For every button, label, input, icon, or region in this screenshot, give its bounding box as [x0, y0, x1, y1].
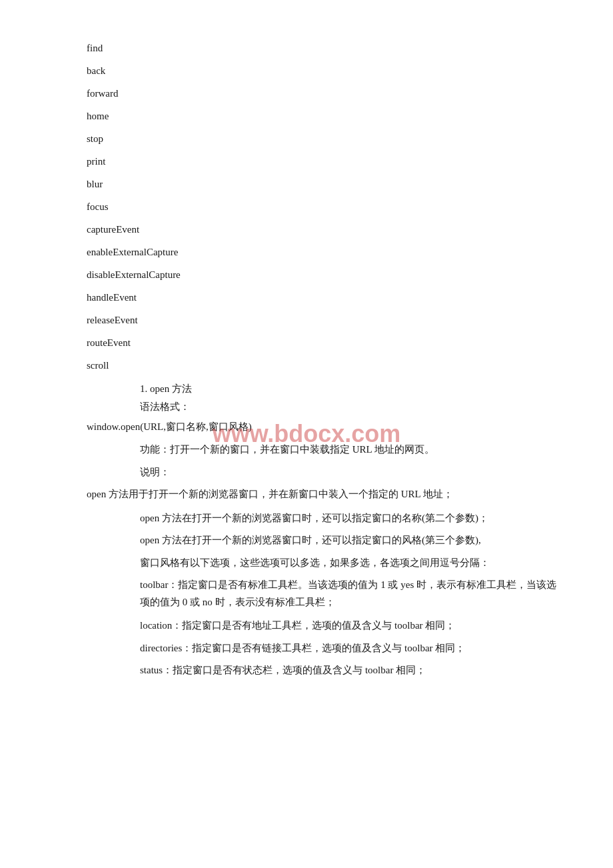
list-item-text: stop	[87, 133, 103, 144]
list-item: find	[87, 40, 573, 56]
list-item-text: captureEvent	[87, 224, 139, 235]
list-item: releaseEvent	[87, 312, 573, 328]
para5-text: toolbar：指定窗口是否有标准工具栏。当该选项的值为 1 或 yes 时，表…	[140, 579, 556, 607]
list-item-text: enableExternalCapture	[87, 247, 178, 257]
note-label-text: 说明：	[140, 467, 170, 477]
para3: open 方法在打开一个新的浏览器窗口时，还可以指定窗口的风格(第三个参数),	[140, 532, 573, 549]
list-item: disableExternalCapture	[87, 267, 573, 283]
list-item-text: find	[87, 43, 103, 53]
para2: open 方法在打开一个新的浏览器窗口时，还可以指定窗口的名称(第二个参数)；	[140, 510, 573, 527]
func-label: 功能：	[140, 444, 170, 455]
list-item: routeEvent	[87, 335, 573, 351]
note-label: 说明：	[140, 464, 573, 481]
code-line: window.open(URL,窗口名称,窗口风格)	[87, 419, 573, 435]
list-item: blur	[87, 176, 573, 192]
list-item-text: routeEvent	[87, 337, 131, 348]
list-item: back	[87, 63, 573, 79]
para4-text: 窗口风格有以下选项，这些选项可以多选，如果多选，各选项之间用逗号分隔：	[140, 557, 490, 568]
list-item: captureEvent	[87, 221, 573, 237]
func-description: 功能：打开一个新的窗口，并在窗口中装载指定 URL 地址的网页。	[140, 441, 573, 459]
func-text: 打开一个新的窗口，并在窗口中装载指定 URL 地址的网页。	[170, 444, 434, 455]
list-item: print	[87, 153, 573, 169]
list-item: focus	[87, 199, 573, 215]
para6-text: location：指定窗口是否有地址工具栏，选项的值及含义与 toolbar 相…	[140, 620, 455, 631]
para2-text: open 方法在打开一个新的浏览器窗口时，还可以指定窗口的名称(第二个参数)；	[140, 513, 488, 523]
para8: status：指定窗口是否有状态栏，选项的值及含义与 toolbar 相同；	[140, 662, 573, 679]
para7: directories：指定窗口是否有链接工具栏，选项的值及含义与 toolba…	[140, 640, 573, 657]
list-item-text: print	[87, 156, 105, 167]
list-item-text: forward	[87, 88, 118, 99]
list-item-text: blur	[87, 179, 103, 189]
list-item-text: home	[87, 111, 109, 121]
section-title: 1. open 方法	[140, 383, 573, 395]
list-item-text: releaseEvent	[87, 315, 138, 325]
para7-text: directories：指定窗口是否有链接工具栏，选项的值及含义与 toolba…	[140, 643, 465, 653]
list-item-text: handleEvent	[87, 292, 137, 303]
list-item: forward	[87, 85, 573, 101]
list-item-text: scroll	[87, 360, 109, 371]
code-text: window.open(URL,窗口名称,窗口风格)	[87, 421, 252, 432]
list-items-container: find back forward home stop print blur f…	[87, 40, 573, 373]
list-item: home	[87, 108, 573, 124]
list-item: handleEvent	[87, 289, 573, 305]
syntax-label: 语法格式：	[140, 401, 573, 413]
para3-text: open 方法在打开一个新的浏览器窗口时，还可以指定窗口的风格(第三个参数),	[140, 535, 481, 545]
para5: toolbar：指定窗口是否有标准工具栏。当该选项的值为 1 或 yes 时，表…	[87, 577, 573, 611]
para1-text: open 方法用于打开一个新的浏览器窗口，并在新窗口中装入一个指定的 URL 地…	[87, 489, 453, 499]
list-item-text: focus	[87, 201, 109, 212]
list-item: stop	[87, 131, 573, 147]
para8-text: status：指定窗口是否有状态栏，选项的值及含义与 toolbar 相同；	[140, 665, 426, 675]
list-item: scroll	[87, 357, 573, 373]
syntax-label-text: 语法格式：	[140, 401, 190, 412]
list-item-text: disableExternalCapture	[87, 269, 181, 280]
list-item: enableExternalCapture	[87, 244, 573, 260]
section-number-title: 1. open 方法	[140, 383, 192, 394]
para1: open 方法用于打开一个新的浏览器窗口，并在新窗口中装入一个指定的 URL 地…	[87, 486, 573, 503]
list-item-text: back	[87, 65, 105, 76]
para6: location：指定窗口是否有地址工具栏，选项的值及含义与 toolbar 相…	[140, 617, 573, 635]
para4: 窗口风格有以下选项，这些选项可以多选，如果多选，各选项之间用逗号分隔：	[140, 555, 573, 572]
page-container: find back forward home stop print blur f…	[0, 40, 613, 679]
